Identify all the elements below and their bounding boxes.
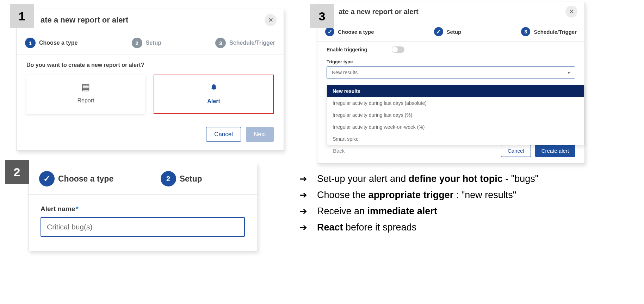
trigger-type-value: New results <box>332 70 358 75</box>
chevron-down-icon: ▾ <box>568 70 570 75</box>
dropdown-option-week-on-week[interactable]: Irregular activity during week-on-week (… <box>327 121 584 133</box>
instruction-3-text: Receive an immediate alert <box>317 205 437 217</box>
cancel-button[interactable]: Cancel <box>206 127 241 142</box>
back-button[interactable]: Back <box>327 145 351 157</box>
panel3-header: ate a new report or alert ✕ <box>317 2 584 22</box>
step-badge-2-number: 2 <box>14 165 20 179</box>
panel3-step1-circle <box>325 27 334 36</box>
panel3-step-schedule: 3 Schedule/Trigger <box>521 27 577 36</box>
arrow-icon: ➔ <box>299 189 307 201</box>
panel3-step1-label: Choose a type <box>338 29 374 35</box>
create-alert-button[interactable]: Create alert <box>535 145 575 157</box>
step-divider <box>164 43 212 43</box>
panel3-step2-circle <box>434 27 443 36</box>
required-asterisk: * <box>76 205 78 213</box>
step-divider <box>464 32 518 32</box>
instructions-list: ➔ Set-up your alert and define your hot … <box>299 172 560 237</box>
panel3-footer-right: Cancel Create alert <box>501 145 575 157</box>
panel2-step2-circle: 2 <box>161 171 176 186</box>
panel-create-report-step2: Choose a type 2 Setup Alert name* <box>28 163 257 251</box>
panel3-step-setup: Setup <box>434 27 462 36</box>
card-alert-label: Alert <box>207 98 220 104</box>
panel1-footer: Cancel Next <box>17 121 284 150</box>
close-button-panel1[interactable]: ✕ <box>265 14 277 26</box>
choice-cards: Report Alert <box>26 75 274 114</box>
panel3-stepper: Choose a type Setup 3 Schedule/Trigger <box>317 22 584 42</box>
step-badge-1: 1 <box>10 4 34 28</box>
panel1-body: Do you want to create a new report or al… <box>17 55 284 121</box>
enable-triggering-label: Enable triggering <box>327 47 367 52</box>
close-icon: ✕ <box>569 8 574 15</box>
enable-triggering-toggle[interactable] <box>392 46 404 53</box>
trigger-type-select[interactable]: New results ▾ <box>327 66 575 78</box>
dropdown-option-new-results[interactable]: New results <box>327 85 584 97</box>
alert-name-label-text: Alert name <box>41 205 75 213</box>
close-button-panel3[interactable]: ✕ <box>565 6 577 18</box>
panel3-body: Enable triggering Trigger type New resul… <box>317 42 584 141</box>
arrow-icon: ➔ <box>299 205 307 217</box>
dropdown-option-irregular-percent[interactable]: Irregular activity during last days (%) <box>327 109 584 121</box>
panel1-stepper: 1 Choose a type 2 Setup 3 Schedule/Trigg… <box>17 31 284 55</box>
instruction-1: ➔ Set-up your alert and define your hot … <box>299 172 560 185</box>
step-badge-3-number: 3 <box>319 10 326 23</box>
card-alert[interactable]: Alert <box>154 75 274 114</box>
card-report[interactable]: Report <box>26 75 145 114</box>
step-badge-1-number: 1 <box>19 10 25 23</box>
instruction-4-text: React before it spreads <box>317 221 416 234</box>
instruction-4: ➔ React before it spreads <box>299 221 560 234</box>
step-divider <box>116 179 157 179</box>
panel3-step3-circle: 3 <box>521 27 530 36</box>
toggle-knob <box>392 46 398 53</box>
panel3-step-choose-type: Choose a type <box>325 27 374 36</box>
report-icon <box>81 82 90 93</box>
arrow-icon: ➔ <box>299 172 307 185</box>
panel2-stepper: Choose a type 2 Setup <box>29 163 257 195</box>
panel2-step1-circle <box>39 171 55 186</box>
panel-create-report-step1: ate a new report or alert ✕ 1 Choose a t… <box>16 9 284 151</box>
cancel-button-panel3[interactable]: Cancel <box>501 145 531 157</box>
alert-name-input[interactable] <box>41 217 245 237</box>
close-icon: ✕ <box>268 16 273 24</box>
dropdown-option-irregular-absolute[interactable]: Irregular activity during last days (abs… <box>327 97 584 109</box>
instruction-3: ➔ Receive an immediate alert <box>299 205 560 217</box>
bell-icon <box>210 82 218 93</box>
enable-triggering-row: Enable triggering <box>327 46 575 53</box>
instruction-2-text: Choose the appropriate trigger : "new re… <box>317 189 516 201</box>
step-choose-type: 1 Choose a type <box>25 38 78 48</box>
step-badge-3: 3 <box>310 4 334 28</box>
panel2-step1-label: Choose a type <box>58 174 113 184</box>
panel1-title: ate a new report or alert <box>26 15 128 25</box>
step-divider <box>377 32 431 32</box>
instruction-2: ➔ Choose the appropriate trigger : "new … <box>299 189 560 201</box>
panel2-step2-label: Setup <box>180 174 202 184</box>
panel3-step2-label: Setup <box>447 29 462 35</box>
panel2-body: Alert name* <box>29 195 257 251</box>
step-schedule: 3 Schedule/Trigger <box>215 38 275 48</box>
panel2-step-choose-type: Choose a type <box>39 171 113 186</box>
alert-name-label: Alert name* <box>41 205 245 213</box>
panel3-step3-label: Schedule/Trigger <box>534 29 577 35</box>
step2-circle: 2 <box>132 38 142 48</box>
panel1-question: Do you want to create a new report or al… <box>26 62 274 68</box>
instruction-1-text: Set-up your alert and define your hot to… <box>317 172 538 185</box>
step-badge-2: 2 <box>5 160 29 184</box>
step-divider <box>80 43 129 43</box>
step3-label: Schedule/Trigger <box>229 40 275 46</box>
panel-create-report-step3: ate a new report or alert ✕ Choose a typ… <box>317 2 585 164</box>
panel2-step-setup: 2 Setup <box>161 171 202 186</box>
card-report-label: Report <box>77 97 94 104</box>
step-setup: 2 Setup <box>132 38 161 48</box>
step1-label: Choose a type <box>39 40 78 46</box>
dropdown-option-smart-spike[interactable]: Smart spike <box>327 133 584 145</box>
step-divider <box>205 179 246 179</box>
panel3-title: ate a new report or alert <box>339 8 419 16</box>
trigger-type-dropdown: New results Irregular activity during la… <box>327 85 584 145</box>
step1-circle: 1 <box>25 38 36 48</box>
trigger-type-label: Trigger type <box>327 59 575 64</box>
arrow-icon: ➔ <box>299 221 307 234</box>
panel1-header: ate a new report or alert ✕ <box>17 9 284 31</box>
next-button[interactable]: Next <box>246 127 274 142</box>
step3-circle: 3 <box>215 38 226 48</box>
step2-label: Setup <box>146 40 161 46</box>
